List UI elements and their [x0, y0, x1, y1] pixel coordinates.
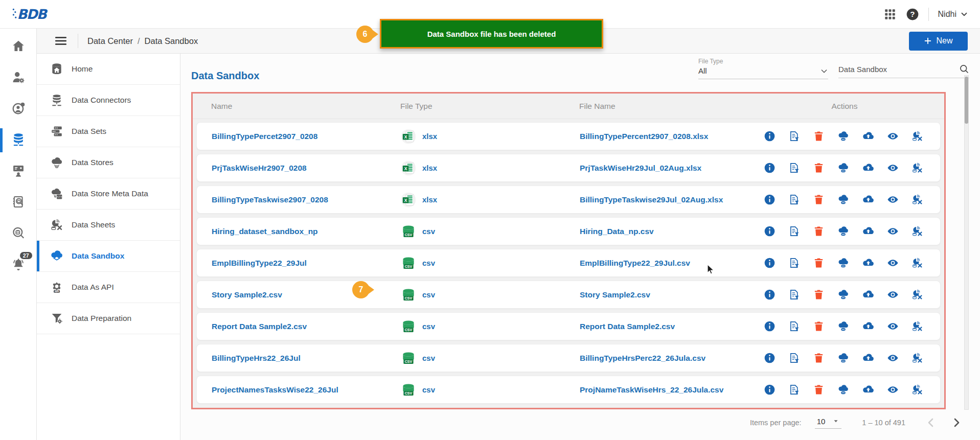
help-icon[interactable]: ?: [906, 8, 919, 21]
move-to-datastore-action-icon[interactable]: [837, 257, 849, 269]
copy-filter-action-icon[interactable]: [788, 162, 800, 174]
delete-action-icon[interactable]: [813, 257, 825, 269]
delete-action-icon[interactable]: [813, 384, 825, 396]
new-button[interactable]: New: [909, 32, 968, 51]
source-file-link[interactable]: Story Sample2.csv: [580, 290, 764, 299]
move-to-datastore-action-icon[interactable]: [837, 320, 849, 332]
sidebar-item-data-connectors[interactable]: Data Connectors: [37, 85, 180, 116]
copy-filter-action-icon[interactable]: [788, 352, 800, 364]
search-icon[interactable]: [959, 64, 969, 74]
move-to-datastore-action-icon[interactable]: [837, 225, 849, 237]
copy-filter-action-icon[interactable]: [788, 225, 800, 237]
create-datasheet-action-icon[interactable]: [911, 352, 923, 364]
file-name-link[interactable]: BillingTypePercet2907_0208: [212, 132, 401, 141]
delete-action-icon[interactable]: [813, 352, 825, 364]
create-datasheet-action-icon[interactable]: [911, 384, 923, 396]
rail-item-presentation[interactable]: [0, 157, 37, 186]
previous-page-button[interactable]: [925, 416, 937, 429]
sidebar-item-data-sets[interactable]: Data Sets: [37, 116, 180, 147]
copy-filter-action-icon[interactable]: [788, 384, 800, 396]
file-name-link[interactable]: Hiring_dataset_sandbox_np: [212, 227, 401, 236]
upload-action-icon[interactable]: [862, 162, 874, 174]
upload-action-icon[interactable]: [862, 384, 874, 396]
source-file-link[interactable]: PrjTaskWiseHr29Jul_02Aug.xlsx: [580, 164, 764, 173]
copy-filter-action-icon[interactable]: [788, 257, 800, 269]
file-name-link[interactable]: PrjTaskWiseHr2907_0208: [212, 164, 401, 173]
sidebar-item-data-as-api[interactable]: APIData As API: [37, 272, 180, 303]
info-action-icon[interactable]: [764, 194, 776, 205]
delete-action-icon[interactable]: [813, 162, 825, 174]
delete-action-icon[interactable]: [813, 225, 825, 237]
upload-action-icon[interactable]: [862, 257, 874, 269]
move-to-datastore-action-icon[interactable]: [837, 289, 849, 300]
preview-action-icon[interactable]: [887, 225, 899, 237]
delete-action-icon[interactable]: [813, 130, 825, 142]
delete-action-icon[interactable]: [813, 320, 825, 332]
hamburger-menu-icon[interactable]: [54, 34, 67, 48]
create-datasheet-action-icon[interactable]: [911, 194, 923, 205]
upload-action-icon[interactable]: [862, 225, 874, 237]
preview-action-icon[interactable]: [887, 320, 899, 332]
info-action-icon[interactable]: [764, 225, 776, 237]
move-to-datastore-action-icon[interactable]: [837, 352, 849, 364]
file-name-link[interactable]: EmplBillingType22_29Jul: [212, 259, 401, 268]
upload-action-icon[interactable]: [862, 352, 874, 364]
copy-filter-action-icon[interactable]: [788, 194, 800, 205]
rail-item-data-center[interactable]: [0, 126, 37, 154]
preview-action-icon[interactable]: [887, 352, 899, 364]
upload-action-icon[interactable]: [862, 289, 874, 300]
preview-action-icon[interactable]: [887, 289, 899, 300]
info-action-icon[interactable]: [764, 257, 776, 269]
copy-filter-action-icon[interactable]: [788, 130, 800, 142]
file-name-link[interactable]: ProjectNamesTasksWise22_26Jul: [212, 385, 401, 395]
source-file-link[interactable]: BillingTypePercent2907_0208.xlsx: [580, 132, 764, 141]
rail-item-notifications[interactable]: 27: [0, 251, 37, 279]
source-file-link[interactable]: Report Data Sample2.csv: [580, 322, 764, 331]
preview-action-icon[interactable]: [887, 130, 899, 142]
move-to-datastore-action-icon[interactable]: [837, 130, 849, 142]
upload-action-icon[interactable]: [862, 320, 874, 332]
delete-action-icon[interactable]: [813, 289, 825, 300]
sidebar-item-data-sandbox[interactable]: Data Sandbox: [37, 241, 180, 272]
create-datasheet-action-icon[interactable]: [911, 162, 923, 174]
sidebar-item-data-stores[interactable]: Data Stores: [37, 147, 180, 178]
source-file-link[interactable]: Hiring_Data_np.csv: [580, 227, 764, 236]
preview-action-icon[interactable]: [887, 257, 899, 269]
info-action-icon[interactable]: [764, 130, 776, 142]
preview-action-icon[interactable]: [887, 194, 899, 205]
file-name-link[interactable]: BillingTypeTaskwise2907_0208: [212, 195, 401, 204]
rail-item-data-search[interactable]: [0, 220, 37, 248]
upload-action-icon[interactable]: [862, 194, 874, 205]
create-datasheet-action-icon[interactable]: [911, 320, 923, 332]
rail-item-account-info[interactable]: i: [0, 95, 37, 123]
rail-item-data-catalog[interactable]: [0, 189, 37, 217]
source-file-link[interactable]: BillingTypeHrsPerc22_26Jula.csv: [580, 354, 764, 363]
copy-filter-action-icon[interactable]: [788, 289, 800, 300]
create-datasheet-action-icon[interactable]: [911, 257, 923, 269]
sidebar-item-data-preparation[interactable]: Data Preparation: [37, 303, 180, 334]
bdb-logo[interactable]: BDB: [11, 5, 54, 24]
info-action-icon[interactable]: [764, 289, 776, 300]
sidebar-item-home[interactable]: Home: [37, 54, 180, 85]
scrollbar-thumb[interactable]: [965, 77, 968, 124]
rail-item-home[interactable]: [0, 33, 37, 61]
rail-item-user-management[interactable]: [0, 64, 37, 92]
move-to-datastore-action-icon[interactable]: [837, 384, 849, 396]
next-page-button[interactable]: [950, 416, 963, 429]
move-to-datastore-action-icon[interactable]: [837, 194, 849, 205]
file-name-link[interactable]: Report Data Sample2.csv: [212, 322, 401, 331]
sidebar-item-data-sheets[interactable]: Data Sheets: [37, 210, 180, 241]
create-datasheet-action-icon[interactable]: [911, 289, 923, 300]
items-per-page-select[interactable]: 10: [815, 417, 842, 429]
info-action-icon[interactable]: [764, 384, 776, 396]
file-name-link[interactable]: BillingTypeHrs22_26Jul: [212, 354, 401, 363]
preview-action-icon[interactable]: [887, 162, 899, 174]
upload-action-icon[interactable]: [862, 130, 874, 142]
source-file-link[interactable]: BillingTypeTaskwise29Jul_02Aug.xlsx: [580, 195, 764, 204]
user-menu[interactable]: Nidhi: [938, 10, 969, 19]
breadcrumb-data-center[interactable]: Data Center: [87, 36, 133, 46]
info-action-icon[interactable]: [764, 352, 776, 364]
copy-filter-action-icon[interactable]: [788, 320, 800, 332]
create-datasheet-action-icon[interactable]: [911, 130, 923, 142]
info-action-icon[interactable]: [764, 320, 776, 332]
